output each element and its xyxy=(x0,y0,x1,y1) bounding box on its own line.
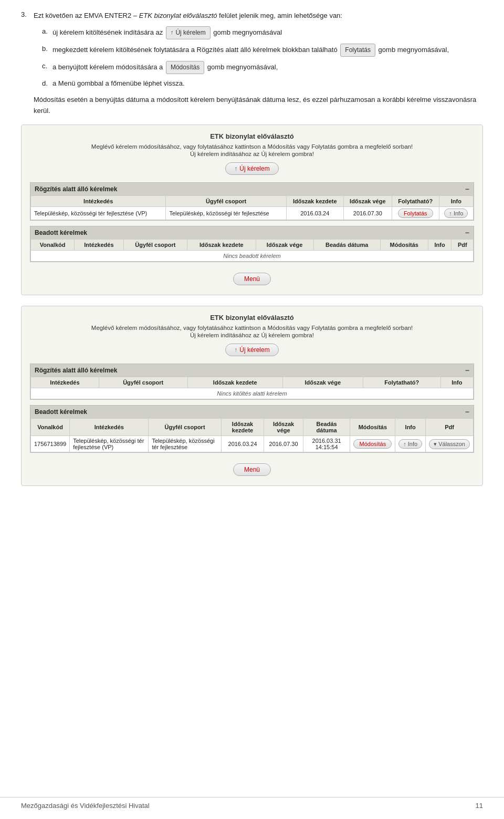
list-item-a-text: új kérelem kitöltésének indítására az ↑ … xyxy=(52,26,483,39)
s2-col-vonalkod: Vonalkód xyxy=(31,419,70,436)
screen1-rogzites-section: Rögzítés alatt álló kérelmek − Intézkedé… xyxy=(30,182,474,221)
screen1-beadott-empty-row: Nincs beadott kérelem xyxy=(31,251,474,262)
list-item-b-letter: b. xyxy=(42,44,52,55)
valasszon-button-2[interactable]: ▾ Válasszon xyxy=(429,439,470,449)
s2-col-pdf: Pdf xyxy=(426,419,474,436)
s2-col-idoszak-kezdete-2: Időszak kezdete xyxy=(221,419,264,436)
screen1-beadott-table: Vonalkód Intézkedés Ügyfél csoport Idősz… xyxy=(30,239,474,262)
s2-col-idoszak-kezdete-1: Időszak kezdete xyxy=(187,377,282,388)
list-item-d-letter: d. xyxy=(42,78,52,89)
info-button-1[interactable]: ↑ Info xyxy=(444,209,468,218)
screen2-rogzites-section: Rögzítés alatt álló kérelmek − Intézkedé… xyxy=(30,364,474,400)
screen2-rogzites-collapse[interactable]: − xyxy=(465,366,469,375)
folyatas-btn-inline: Folytatás xyxy=(340,44,375,57)
col-intezkedés-1: Intézkedés xyxy=(31,196,166,207)
list-items: a. új kérelem kitöltésének indítására az… xyxy=(42,26,483,89)
s2-col-ugyfel-1: Ügyfél csoport xyxy=(99,377,187,388)
section-number: 3. xyxy=(21,11,30,18)
screen2-rogzites-header: Rögzítés alatt álló kérelmek − xyxy=(30,364,474,377)
screen2-box: ETK bizonylat előválasztó Meglévő kérele… xyxy=(21,306,483,486)
cell-intezkedés-1: Településkép, közösségi tér fejlesztése … xyxy=(31,207,166,220)
list-item-a: a. új kérelem kitöltésének indítására az… xyxy=(42,26,483,39)
col-beadas-datuma: Beadás dátuma xyxy=(313,240,380,251)
screen2-new-btn-row: ↑Új kérelem xyxy=(30,344,474,356)
screen1-subtitle1: Meglévő kérelem módosításához, vagy foly… xyxy=(30,143,474,150)
screen2-beadott-collapse[interactable]: − xyxy=(465,408,469,416)
screen2-rogzites-label: Rögzítés alatt álló kérelmek xyxy=(35,367,117,374)
cell-folytatható-1: Folytatás xyxy=(392,207,439,220)
cell-vege-1: 2016.07.30 xyxy=(343,207,392,220)
cell-kezdete-1: 2016.03.24 xyxy=(286,207,343,220)
screen2-subtitle2: Új kérelem indításához az Új kérelem gom… xyxy=(30,332,474,338)
footer-left: Mezőgazdasági és Vidékfejlesztési Hivata… xyxy=(21,802,150,810)
modositas-button-2[interactable]: Módosítás xyxy=(353,439,392,449)
s2-col-info-2: Info xyxy=(395,419,426,436)
folyatas-button-1[interactable]: Folytatás xyxy=(398,209,433,218)
screen2-beadott-section: Beadott kérelmek − Vonalkód Intézkedés Ü… xyxy=(30,405,474,453)
list-item-c: c. a benyújtott kérelem módosítására a M… xyxy=(42,61,483,74)
section-3-header: 3. Ezt követően az EMVA ENTER2 – ETK biz… xyxy=(21,11,483,21)
s2-cell-intezkedés: Településkép, közösségi tér fejlesztése … xyxy=(70,436,149,452)
s2-col-modositas: Módosítás xyxy=(350,419,395,436)
col-idoszak-kezdete-2: Időszak kezdete xyxy=(187,240,256,251)
col-modositas: Módosítás xyxy=(380,240,428,251)
screen2-beadott-header: Beadott kérelmek − xyxy=(30,406,474,418)
s2-cell-kezdete: 2016.03.24 xyxy=(221,436,264,452)
s2-col-ugyfel-2: Ügyfél csoport xyxy=(149,419,221,436)
s2-cell-modositas: Módosítás xyxy=(350,436,395,452)
list-item-d: d. a Menü gombbal a főmenübe léphet viss… xyxy=(42,78,483,89)
s2-cell-vonalkod: 1756713899 xyxy=(31,436,70,452)
screen2-no-rogzites: Nincs kitöltés alatti kérelem xyxy=(31,388,474,399)
screen2-new-request-button[interactable]: ↑Új kérelem xyxy=(225,344,278,356)
screen2-title: ETK bizonylat előválasztó xyxy=(30,314,474,322)
screen2-beadott-label: Beadott kérelmek xyxy=(35,408,87,416)
info-button-2[interactable]: ↑ Info xyxy=(398,439,422,449)
screen2-rogzites-table: Intézkedés Ügyfél csoport Időszak kezdet… xyxy=(30,377,474,399)
s2-col-intezkedés-2: Intézkedés xyxy=(70,419,149,436)
modification-paragraph: Módosítás esetén a benyújtás dátuma a mó… xyxy=(34,95,483,117)
s2-col-intezkedés-1: Intézkedés xyxy=(31,377,99,388)
screen1-no-record: Nincs beadott kérelem xyxy=(31,251,474,262)
screen1-beadott-collapse[interactable]: − xyxy=(465,229,469,237)
s2-col-info-1: Info xyxy=(440,377,473,388)
list-item-a-letter: a. xyxy=(42,26,52,37)
modositas-btn-inline: Módosítás xyxy=(166,61,204,74)
col-info-1: Info xyxy=(439,196,473,207)
s2-col-idoszak-vege-1: Időszak vége xyxy=(282,377,363,388)
screen1-title: ETK bizonylat előválasztó xyxy=(30,132,474,140)
screen1-table1-row: Településkép, közösségi tér fejlesztése … xyxy=(31,207,474,220)
s2-cell-beadas: 2016.03.31 14:15:54 xyxy=(303,436,350,452)
screen2-beadott-row: 1756713899 Településkép, közösségi tér f… xyxy=(31,436,474,452)
list-item-c-letter: c. xyxy=(42,61,52,72)
screen2-table1-empty-row: Nincs kitöltés alatti kérelem xyxy=(31,388,474,399)
list-item-d-text: a Menü gombbal a főmenübe léphet vissza. xyxy=(52,78,483,89)
screen2-beadott-table: Vonalkód Intézkedés Ügyfél csoport Idősz… xyxy=(30,418,474,452)
screen1-rogzites-table: Intézkedés Ügyfél csoport Időszak kezdet… xyxy=(30,195,474,220)
screen2-subtitle1: Meglévő kérelem módosításához, vagy foly… xyxy=(30,325,474,331)
footer-page-number: 11 xyxy=(476,802,483,810)
screen1-beadott-section: Beadott kérelmek − Vonalkód Intézkedés Ü… xyxy=(30,226,474,262)
screen1-subtitle2: Új kérelem indításához az Új kérelem gom… xyxy=(30,151,474,157)
s2-col-beadas-datuma: Beadás dátuma xyxy=(303,419,350,436)
screen1-beadott-label: Beadott kérelmek xyxy=(35,229,87,236)
screen1-menu-button[interactable]: Menü xyxy=(233,273,271,285)
list-item-b: b. megkezdett kérelem kitöltésének folyt… xyxy=(42,44,483,57)
cell-info-1: ↑ Info xyxy=(439,207,473,220)
col-idoszak-kezdete-1: Időszak kezdete xyxy=(286,196,343,207)
s2-cell-ugyfel: Településkép, közösségi tér fejlesztése xyxy=(149,436,221,452)
list-item-c-text: a benyújtott kérelem módosítására a Módo… xyxy=(52,61,483,74)
screen1-beadott-header: Beadott kérelmek − xyxy=(30,226,474,239)
s2-cell-vege: 2016.07.30 xyxy=(264,436,303,452)
screen2-menu-button[interactable]: Menü xyxy=(233,463,271,476)
col-pdf: Pdf xyxy=(452,240,474,251)
col-folytatható-1: Folytatható? xyxy=(392,196,439,207)
s2-cell-info: ↑ Info xyxy=(395,436,426,452)
list-item-b-text: megkezdett kérelem kitöltésének folytatá… xyxy=(52,44,483,57)
col-intezkedés-2: Intézkedés xyxy=(75,240,123,251)
screen1-rogzites-collapse[interactable]: − xyxy=(465,185,469,193)
s2-col-folytatható-1: Folytatható? xyxy=(363,377,440,388)
screen1-rogzites-label: Rögzítés alatt álló kérelmek xyxy=(35,185,117,193)
screen1-menu-row: Menü xyxy=(30,267,474,287)
screen1-new-request-button[interactable]: ↑Új kérelem xyxy=(225,162,278,175)
page-footer: Mezőgazdasági és Vidékfejlesztési Hivata… xyxy=(0,797,504,810)
